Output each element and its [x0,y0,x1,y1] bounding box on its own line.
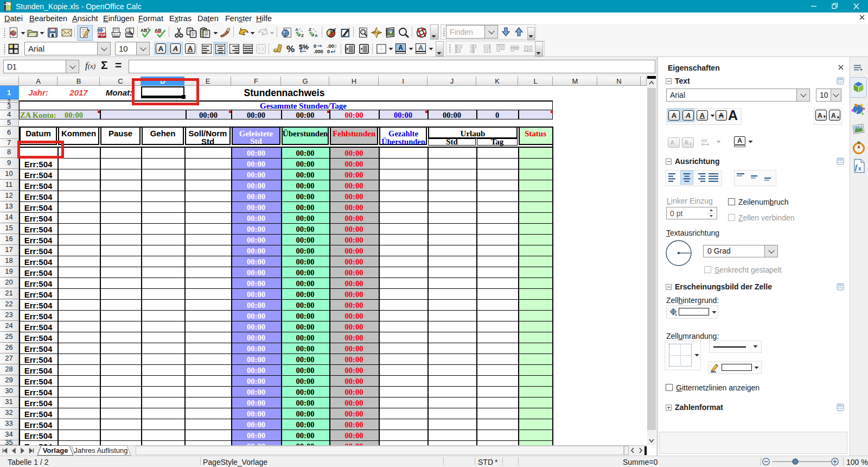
svg-text:$%: $% [299,43,309,51]
svg-text:%: % [286,44,295,54]
svg-text:Z: Z [301,33,304,38]
svg-text:.000: .000 [314,49,323,54]
svg-text:0: 0 [334,43,337,49]
svg-text:0: 0 [327,49,330,54]
svg-text:AB: AB [141,28,147,33]
svg-text:AV: AV [701,138,707,143]
svg-text:Jahres Auflistung: Jahres Auflistung [74,446,127,455]
svg-text:PDF: PDF [98,33,106,37]
svg-text:0: 0 [314,43,316,49]
svg-text:N: N [857,141,860,144]
svg-text:x: x [858,166,861,172]
svg-text:A: A [295,27,298,32]
svg-text:Vorlage: Vorlage [43,446,68,455]
svg-text:.00: .00 [327,43,334,49]
svg-text:A: A [831,112,836,119]
svg-text:A: A [315,33,318,38]
svg-text:Z: Z [309,27,311,32]
svg-text:A: A [818,112,822,119]
